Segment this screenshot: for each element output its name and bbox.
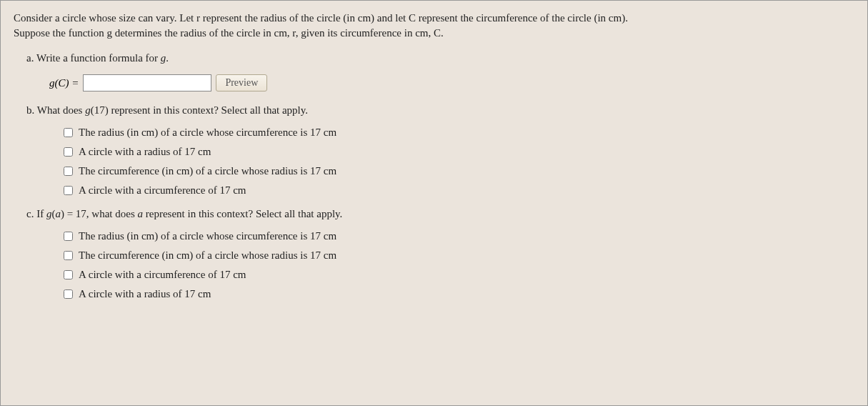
preview-button[interactable]: Preview (216, 74, 267, 91)
checkbox-c-1[interactable] (64, 232, 73, 241)
option-label: A circle with a radius of 17 cm (79, 288, 211, 300)
checkbox-b-3[interactable] (64, 167, 73, 176)
formula-input[interactable] (83, 74, 211, 91)
option-label: A circle with a circumference of 17 cm (79, 269, 246, 281)
option-row: A circle with a radius of 17 cm (64, 288, 854, 300)
part-c-label: c. If g(a) = 17, what does a represent i… (26, 208, 854, 220)
option-row: The radius (in cm) of a circle whose cir… (64, 230, 854, 242)
part-a-label: a. Write a function formula for g. (26, 52, 854, 64)
option-label: The circumference (in cm) of a circle wh… (79, 249, 336, 262)
checkbox-c-4[interactable] (64, 289, 73, 299)
option-label: A circle with a circumference of 17 cm (79, 184, 246, 197)
formula-prefix: g(C) = (49, 77, 79, 89)
formula-row: g(C) = Preview (49, 74, 854, 91)
intro-line-2: Suppose the function g determines the ra… (14, 27, 444, 39)
part-b-options: The radius (in cm) of a circle whose cir… (64, 127, 854, 197)
part-b: b. What does g(17) represent in this con… (26, 104, 854, 197)
option-row: The radius (in cm) of a circle whose cir… (64, 127, 854, 139)
option-row: A circle with a circumference of 17 cm (64, 184, 854, 197)
checkbox-b-2[interactable] (64, 147, 73, 157)
option-label: The radius (in cm) of a circle whose cir… (79, 230, 336, 242)
option-label: The circumference (in cm) of a circle wh… (79, 165, 336, 177)
part-c-options: The radius (in cm) of a circle whose cir… (64, 230, 854, 300)
part-b-label: b. What does g(17) represent in this con… (26, 104, 854, 117)
question-container: Consider a circle whose size can vary. L… (0, 0, 868, 406)
option-row: A circle with a circumference of 17 cm (64, 269, 854, 281)
option-row: The circumference (in cm) of a circle wh… (64, 165, 854, 177)
checkbox-b-1[interactable] (64, 128, 73, 137)
option-label: The radius (in cm) of a circle whose cir… (79, 127, 336, 139)
intro-text: Consider a circle whose size can vary. L… (14, 11, 854, 41)
part-c: c. If g(a) = 17, what does a represent i… (26, 208, 854, 300)
option-label: A circle with a radius of 17 cm (79, 146, 211, 158)
checkbox-c-3[interactable] (64, 270, 73, 279)
part-a: a. Write a function formula for g. g(C) … (26, 52, 854, 91)
option-row: A circle with a radius of 17 cm (64, 146, 854, 158)
intro-line-1: Consider a circle whose size can vary. L… (14, 12, 628, 24)
checkbox-b-4[interactable] (64, 186, 73, 195)
checkbox-c-2[interactable] (64, 251, 73, 260)
option-row: The circumference (in cm) of a circle wh… (64, 249, 854, 262)
